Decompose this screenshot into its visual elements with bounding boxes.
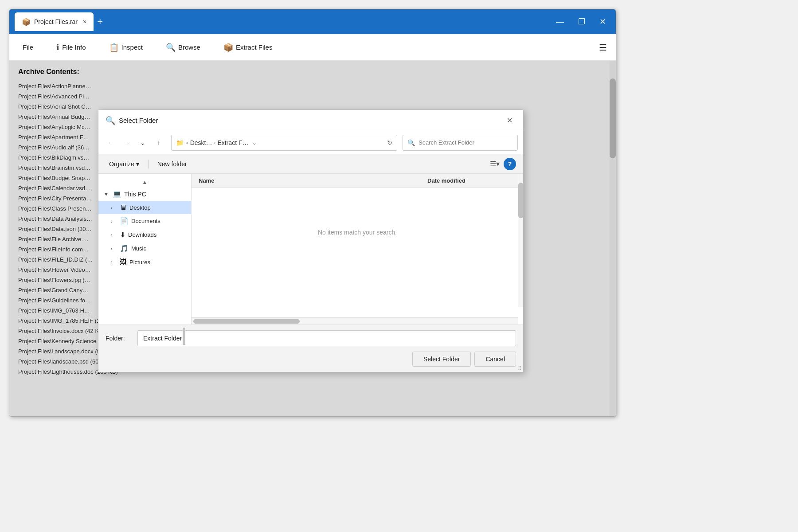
tree-panel-wrapper: ▲ ▼ 💻 This PC ›	[98, 174, 192, 325]
file-label: File	[23, 43, 33, 51]
folder-row: Folder:	[106, 330, 516, 346]
footer-buttons: Select Folder Cancel	[106, 352, 516, 367]
nav-up-button[interactable]: ↑	[152, 136, 166, 150]
new-tab-button[interactable]: +	[97, 16, 103, 27]
resize-grip[interactable]: ⠿	[516, 365, 523, 372]
files-h-scrollbar-thumb[interactable]	[193, 319, 300, 324]
folder-input[interactable]	[137, 330, 516, 346]
nav-dropdown-icon: ⌄	[140, 139, 145, 146]
tree-item-documents[interactable]: › 📄 Documents	[98, 214, 191, 228]
menu-file[interactable]: File	[18, 41, 38, 54]
extract-label: Extract Files	[236, 43, 273, 51]
files-panel: Name Date modified No items match your s…	[192, 174, 523, 325]
nav-back-button[interactable]: ←	[104, 136, 118, 150]
files-h-scrollbar[interactable]	[192, 317, 518, 325]
new-folder-button[interactable]: New folder	[154, 159, 191, 169]
browse-label: Browse	[178, 43, 200, 51]
empty-text: No items match your search.	[318, 229, 397, 236]
documents-chevron: ›	[111, 219, 117, 224]
content-area: Archive Contents: Project Files\ActionPl…	[9, 61, 616, 416]
nav-forward-button[interactable]: →	[120, 136, 134, 150]
select-folder-dialog: 🔍 Select Folder ✕ ← → ⌄ ↑	[98, 110, 524, 372]
music-chevron: ›	[111, 246, 117, 251]
files-v-scrollbar[interactable]	[518, 174, 523, 307]
dialog-toolbar: Organize ▾ New folder ☰ ▾ ?	[98, 154, 523, 174]
breadcrumb-folder-icon: 📁	[176, 139, 184, 146]
view-chevron: ▾	[496, 160, 500, 168]
music-label: Music	[131, 245, 146, 252]
desktop-label: Desktop	[129, 204, 151, 211]
folder-label: Folder:	[106, 335, 132, 342]
main-tab[interactable]: 📦 Project Files.rar ×	[15, 12, 94, 31]
downloads-label: Downloads	[128, 231, 156, 238]
col-name[interactable]: Name	[199, 177, 427, 184]
dialog-body: ▲ ▼ 💻 This PC ›	[98, 174, 523, 325]
view-toggle-button[interactable]: ☰ ▾	[488, 157, 502, 171]
this-pc-chevron: ▼	[104, 192, 110, 197]
cancel-button[interactable]: Cancel	[474, 352, 516, 367]
tree-item-pictures[interactable]: › 🖼 Pictures	[98, 255, 191, 269]
organize-chevron: ▾	[136, 160, 139, 168]
tree-collapse-arrow[interactable]: ▲	[98, 177, 191, 187]
documents-icon: 📄	[120, 217, 129, 225]
nav-back-icon: ←	[108, 139, 114, 146]
files-column-headers: Name Date modified	[192, 174, 523, 188]
hamburger-menu[interactable]: ☰	[599, 42, 607, 53]
dialog-close-button[interactable]: ✕	[503, 114, 516, 126]
dialog-title: Select Folder	[119, 117, 503, 124]
menu-extract[interactable]: 📦 Extract Files	[219, 40, 277, 55]
this-pc-label: This PC	[124, 191, 146, 198]
search-icon: 🔍	[407, 139, 415, 146]
file-info-icon: ℹ	[56, 43, 59, 52]
menu-bar: File ℹ File Info 📋 Inspect 🔍 Browse 📦 Ex…	[9, 34, 616, 61]
title-bar-left: 📦 Project Files.rar × +	[15, 12, 552, 31]
breadcrumb-desktop[interactable]: Deskt…	[190, 139, 212, 146]
menu-file-info[interactable]: ℹ File Info	[52, 40, 90, 55]
minimize-button[interactable]: —	[552, 16, 568, 28]
documents-label: Documents	[131, 218, 160, 224]
dialog-search-icon: 🔍	[106, 116, 115, 125]
empty-state-message: No items match your search.	[192, 188, 523, 277]
nav-dropdown-button[interactable]: ⌄	[136, 136, 150, 150]
tab-close-btn[interactable]: ×	[83, 18, 86, 25]
organize-button[interactable]: Organize ▾	[106, 159, 143, 169]
select-folder-button[interactable]: Select Folder	[412, 352, 471, 367]
title-bar: 📦 Project Files.rar × + — ❐ ✕	[9, 9, 616, 34]
browse-icon: 🔍	[166, 43, 176, 52]
breadcrumb-bar[interactable]: 📁 « Deskt… › Extract F… ⌄ ↻	[171, 135, 397, 151]
desktop-icon: 🖥	[120, 203, 127, 211]
menu-inspect[interactable]: 📋 Inspect	[105, 40, 147, 55]
search-box[interactable]: 🔍	[403, 135, 518, 151]
desktop-chevron: ›	[111, 205, 117, 210]
col-date-modified[interactable]: Date modified	[427, 177, 516, 184]
breadcrumb-refresh-btn[interactable]: ↻	[387, 139, 392, 146]
help-button[interactable]: ?	[504, 158, 516, 170]
this-pc-icon: 💻	[113, 190, 121, 198]
pictures-chevron: ›	[111, 259, 117, 265]
main-window: 📦 Project Files.rar × + — ❐ ✕ File ℹ Fil…	[9, 9, 616, 417]
tree-item-desktop[interactable]: › 🖥 Desktop	[98, 201, 191, 214]
dialog-overlay: 🔍 Select Folder ✕ ← → ⌄ ↑	[9, 61, 616, 416]
extract-icon: 📦	[223, 43, 233, 52]
toolbar-separator	[148, 160, 149, 168]
close-button[interactable]: ✕	[595, 15, 610, 28]
tree-item-music[interactable]: › 🎵 Music	[98, 242, 191, 255]
files-v-scrollbar-thumb[interactable]	[518, 183, 523, 218]
rar-icon: 📦	[22, 18, 31, 26]
breadcrumb-sep1: ›	[214, 140, 215, 146]
tree-item-downloads[interactable]: › ⬇ Downloads	[98, 228, 191, 242]
dialog-footer: Folder: Select Folder Cancel	[98, 325, 523, 372]
view-icon: ☰	[490, 160, 496, 168]
pictures-label: Pictures	[129, 259, 150, 266]
breadcrumb-sep0: «	[185, 140, 188, 146]
dialog-title-bar: 🔍 Select Folder ✕	[98, 110, 523, 131]
menu-browse[interactable]: 🔍 Browse	[161, 40, 205, 55]
breadcrumb-dropdown-btn[interactable]: ⌄	[252, 140, 257, 146]
toolbar-right: ☰ ▾ ?	[488, 157, 516, 171]
tree-this-pc[interactable]: ▼ 💻 This PC	[98, 187, 191, 201]
organize-label: Organize	[109, 160, 134, 168]
search-input[interactable]	[419, 139, 513, 146]
breadcrumb-extract[interactable]: Extract F…	[217, 139, 248, 146]
maximize-button[interactable]: ❐	[574, 15, 590, 28]
inspect-label: Inspect	[121, 43, 143, 51]
